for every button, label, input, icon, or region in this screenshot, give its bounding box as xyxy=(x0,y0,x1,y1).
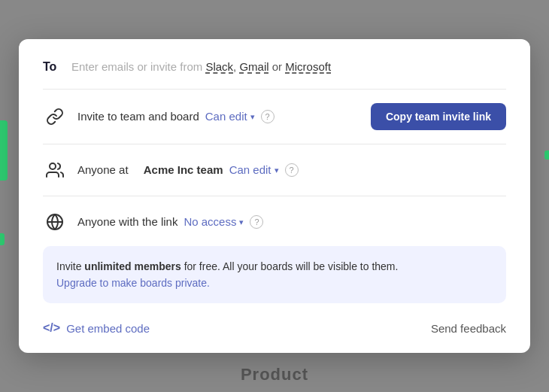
invite-team-label: Invite to team and board xyxy=(77,110,199,123)
embed-label: Get embed code xyxy=(66,322,150,335)
to-label: To xyxy=(43,60,64,74)
link-permission[interactable]: No access ▾ xyxy=(184,215,244,228)
people-icon xyxy=(43,158,67,182)
modal-footer: </> Get embed code Send feedback xyxy=(43,318,506,335)
invite-team-chevron: ▾ xyxy=(250,112,255,122)
svg-point-0 xyxy=(50,163,56,169)
copy-invite-link-button[interactable]: Copy team invite link xyxy=(371,103,506,130)
link-permission-label: No access xyxy=(184,215,236,228)
link-row-text: Anyone with the link No access ▾ ? xyxy=(77,215,506,229)
share-modal: To Enter emails or invite from Slack, Gm… xyxy=(19,39,530,354)
info-text-1: Invite xyxy=(56,260,81,272)
team-name: Acme Inc team xyxy=(144,163,223,176)
info-bold-text: unlimited members xyxy=(84,260,180,272)
upgrade-link[interactable]: Upgrade to make boards private. xyxy=(56,277,210,289)
background-text: Product xyxy=(241,365,308,384)
microsoft-link[interactable]: Microsoft xyxy=(285,60,331,73)
to-placeholder-text: Enter emails or invite from xyxy=(71,60,205,73)
to-row: To Enter emails or invite from Slack, Gm… xyxy=(43,60,506,90)
anyone-with-link-row: Anyone with the link No access ▾ ? xyxy=(43,196,506,246)
globe-icon xyxy=(43,210,67,234)
invite-team-help-icon[interactable]: ? xyxy=(261,110,274,123)
invite-team-row: Invite to team and board Can edit ▾ ? Co… xyxy=(43,90,506,144)
team-permission-label: Can edit xyxy=(229,163,271,176)
link-chevron: ▾ xyxy=(239,217,244,227)
anyone-at-team-text: Anyone at Acme Inc team Can edit ▾ ? xyxy=(77,163,506,177)
info-box: Invite unlimited members for free. All y… xyxy=(43,246,506,304)
sep2: or xyxy=(269,60,286,73)
invite-team-text: Invite to team and board Can edit ▾ ? xyxy=(77,110,371,123)
invite-team-permission[interactable]: Can edit ▾ xyxy=(205,110,255,123)
link-row-label: Anyone with the link xyxy=(77,215,177,228)
team-permission[interactable]: Can edit ▾ xyxy=(229,163,279,176)
get-embed-code-button[interactable]: </> Get embed code xyxy=(43,321,150,335)
provider-links: Slack, Gmail or Microsoft xyxy=(205,60,331,73)
accent-bar-left xyxy=(0,120,8,181)
team-chevron: ▾ xyxy=(274,166,279,175)
slack-link[interactable]: Slack xyxy=(205,60,233,73)
anyone-at-team-row: Anyone at Acme Inc team Can edit ▾ ? xyxy=(43,144,506,196)
accent-bar-left-2 xyxy=(0,233,5,245)
send-feedback-button[interactable]: Send feedback xyxy=(431,322,506,335)
link-help-icon[interactable]: ? xyxy=(250,215,263,229)
invite-team-permission-label: Can edit xyxy=(205,110,247,123)
anyone-at-label: Anyone at xyxy=(77,163,129,176)
team-help-icon[interactable]: ? xyxy=(285,163,299,177)
accent-bar-right xyxy=(544,150,549,160)
link-icon xyxy=(43,105,67,129)
gmail-link[interactable]: Gmail xyxy=(239,60,268,73)
embed-code-icon: </> xyxy=(43,321,60,335)
info-text-2: for free. All your boards will be visibl… xyxy=(184,260,399,272)
